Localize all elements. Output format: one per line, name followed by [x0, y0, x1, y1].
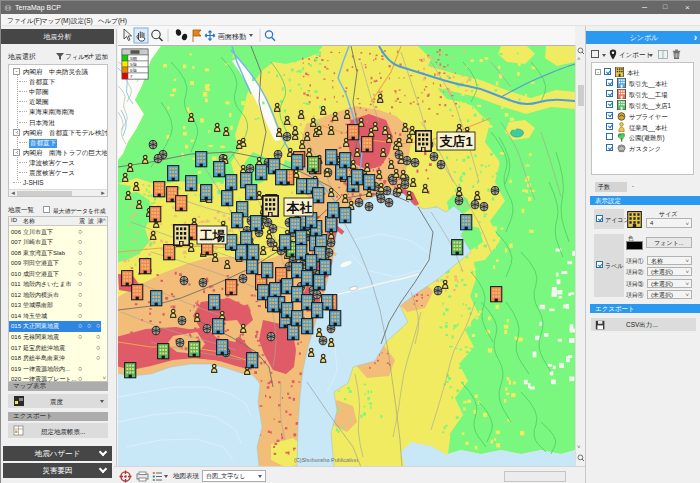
svg-text:支店1: 支店1	[439, 134, 473, 149]
svg-text:6強: 6強	[130, 68, 137, 73]
svg-text:(C)Shobunsha Publication: (C)Shobunsha Publication	[294, 457, 358, 463]
svg-text:5強: 5強	[130, 62, 137, 67]
svg-text:本社: 本社	[286, 200, 313, 215]
svg-text:工場: 工場	[200, 228, 226, 243]
